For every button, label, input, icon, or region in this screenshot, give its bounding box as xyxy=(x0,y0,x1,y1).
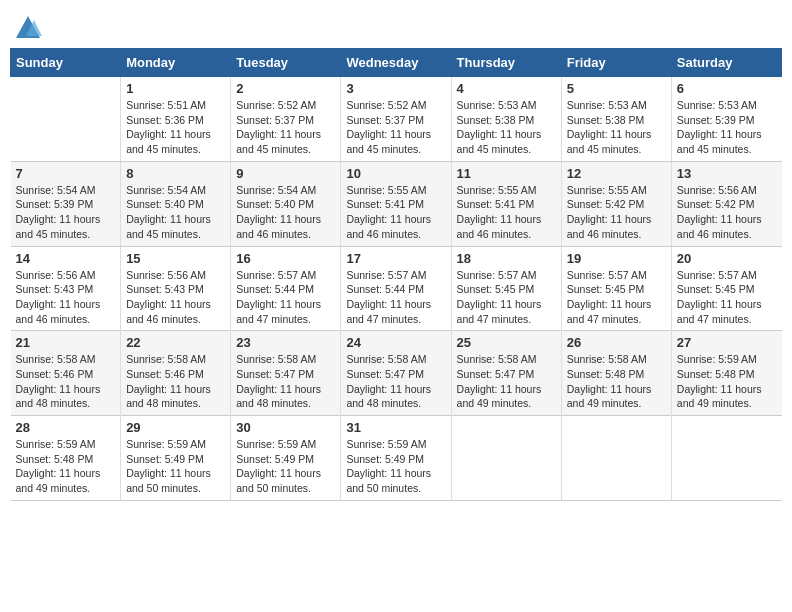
day-info: Sunrise: 5:52 AM Sunset: 5:37 PM Dayligh… xyxy=(346,98,445,157)
day-info: Sunrise: 5:57 AM Sunset: 5:45 PM Dayligh… xyxy=(457,268,556,327)
calendar-cell: 14Sunrise: 5:56 AM Sunset: 5:43 PM Dayli… xyxy=(11,246,121,331)
day-number: 5 xyxy=(567,81,666,96)
day-number: 15 xyxy=(126,251,225,266)
calendar-cell: 23Sunrise: 5:58 AM Sunset: 5:47 PM Dayli… xyxy=(231,331,341,416)
calendar-cell xyxy=(11,77,121,162)
day-number: 21 xyxy=(16,335,116,350)
header-saturday: Saturday xyxy=(671,49,781,77)
header-monday: Monday xyxy=(121,49,231,77)
day-info: Sunrise: 5:53 AM Sunset: 5:38 PM Dayligh… xyxy=(457,98,556,157)
day-number: 6 xyxy=(677,81,777,96)
day-number: 12 xyxy=(567,166,666,181)
week-row-2: 7Sunrise: 5:54 AM Sunset: 5:39 PM Daylig… xyxy=(11,161,782,246)
week-row-4: 21Sunrise: 5:58 AM Sunset: 5:46 PM Dayli… xyxy=(11,331,782,416)
calendar-cell: 16Sunrise: 5:57 AM Sunset: 5:44 PM Dayli… xyxy=(231,246,341,331)
calendar-cell: 26Sunrise: 5:58 AM Sunset: 5:48 PM Dayli… xyxy=(561,331,671,416)
logo-icon xyxy=(14,14,42,42)
day-number: 22 xyxy=(126,335,225,350)
day-number: 8 xyxy=(126,166,225,181)
day-info: Sunrise: 5:55 AM Sunset: 5:41 PM Dayligh… xyxy=(346,183,445,242)
day-number: 11 xyxy=(457,166,556,181)
calendar-cell: 15Sunrise: 5:56 AM Sunset: 5:43 PM Dayli… xyxy=(121,246,231,331)
day-info: Sunrise: 5:54 AM Sunset: 5:40 PM Dayligh… xyxy=(236,183,335,242)
day-number: 23 xyxy=(236,335,335,350)
week-row-5: 28Sunrise: 5:59 AM Sunset: 5:48 PM Dayli… xyxy=(11,416,782,501)
day-number: 31 xyxy=(346,420,445,435)
header-tuesday: Tuesday xyxy=(231,49,341,77)
calendar-cell xyxy=(671,416,781,501)
calendar-table: SundayMondayTuesdayWednesdayThursdayFrid… xyxy=(10,48,782,501)
calendar-cell: 24Sunrise: 5:58 AM Sunset: 5:47 PM Dayli… xyxy=(341,331,451,416)
calendar-cell: 31Sunrise: 5:59 AM Sunset: 5:49 PM Dayli… xyxy=(341,416,451,501)
calendar-cell: 28Sunrise: 5:59 AM Sunset: 5:48 PM Dayli… xyxy=(11,416,121,501)
calendar-cell: 20Sunrise: 5:57 AM Sunset: 5:45 PM Dayli… xyxy=(671,246,781,331)
day-number: 14 xyxy=(16,251,116,266)
day-info: Sunrise: 5:56 AM Sunset: 5:43 PM Dayligh… xyxy=(126,268,225,327)
calendar-cell xyxy=(451,416,561,501)
calendar-cell: 19Sunrise: 5:57 AM Sunset: 5:45 PM Dayli… xyxy=(561,246,671,331)
day-info: Sunrise: 5:59 AM Sunset: 5:49 PM Dayligh… xyxy=(236,437,335,496)
day-info: Sunrise: 5:59 AM Sunset: 5:48 PM Dayligh… xyxy=(677,352,777,411)
day-number: 25 xyxy=(457,335,556,350)
calendar-cell: 3Sunrise: 5:52 AM Sunset: 5:37 PM Daylig… xyxy=(341,77,451,162)
calendar-cell: 8Sunrise: 5:54 AM Sunset: 5:40 PM Daylig… xyxy=(121,161,231,246)
day-number: 4 xyxy=(457,81,556,96)
day-info: Sunrise: 5:53 AM Sunset: 5:38 PM Dayligh… xyxy=(567,98,666,157)
calendar-cell: 6Sunrise: 5:53 AM Sunset: 5:39 PM Daylig… xyxy=(671,77,781,162)
day-number: 28 xyxy=(16,420,116,435)
header-friday: Friday xyxy=(561,49,671,77)
day-number: 2 xyxy=(236,81,335,96)
calendar-cell: 25Sunrise: 5:58 AM Sunset: 5:47 PM Dayli… xyxy=(451,331,561,416)
calendar-cell: 13Sunrise: 5:56 AM Sunset: 5:42 PM Dayli… xyxy=(671,161,781,246)
day-info: Sunrise: 5:58 AM Sunset: 5:47 PM Dayligh… xyxy=(236,352,335,411)
day-info: Sunrise: 5:56 AM Sunset: 5:42 PM Dayligh… xyxy=(677,183,777,242)
calendar-cell: 7Sunrise: 5:54 AM Sunset: 5:39 PM Daylig… xyxy=(11,161,121,246)
calendar-cell: 29Sunrise: 5:59 AM Sunset: 5:49 PM Dayli… xyxy=(121,416,231,501)
calendar-cell: 5Sunrise: 5:53 AM Sunset: 5:38 PM Daylig… xyxy=(561,77,671,162)
day-number: 29 xyxy=(126,420,225,435)
header-sunday: Sunday xyxy=(11,49,121,77)
calendar-cell: 1Sunrise: 5:51 AM Sunset: 5:36 PM Daylig… xyxy=(121,77,231,162)
day-info: Sunrise: 5:58 AM Sunset: 5:47 PM Dayligh… xyxy=(457,352,556,411)
day-number: 1 xyxy=(126,81,225,96)
day-info: Sunrise: 5:54 AM Sunset: 5:40 PM Dayligh… xyxy=(126,183,225,242)
day-info: Sunrise: 5:58 AM Sunset: 5:47 PM Dayligh… xyxy=(346,352,445,411)
calendar-cell: 21Sunrise: 5:58 AM Sunset: 5:46 PM Dayli… xyxy=(11,331,121,416)
header-row: SundayMondayTuesdayWednesdayThursdayFrid… xyxy=(11,49,782,77)
day-number: 16 xyxy=(236,251,335,266)
day-number: 13 xyxy=(677,166,777,181)
day-number: 27 xyxy=(677,335,777,350)
day-info: Sunrise: 5:57 AM Sunset: 5:45 PM Dayligh… xyxy=(567,268,666,327)
header-thursday: Thursday xyxy=(451,49,561,77)
day-number: 3 xyxy=(346,81,445,96)
calendar-cell: 12Sunrise: 5:55 AM Sunset: 5:42 PM Dayli… xyxy=(561,161,671,246)
day-info: Sunrise: 5:59 AM Sunset: 5:49 PM Dayligh… xyxy=(126,437,225,496)
calendar-cell: 2Sunrise: 5:52 AM Sunset: 5:37 PM Daylig… xyxy=(231,77,341,162)
day-number: 9 xyxy=(236,166,335,181)
calendar-cell: 9Sunrise: 5:54 AM Sunset: 5:40 PM Daylig… xyxy=(231,161,341,246)
day-info: Sunrise: 5:55 AM Sunset: 5:42 PM Dayligh… xyxy=(567,183,666,242)
day-number: 17 xyxy=(346,251,445,266)
day-info: Sunrise: 5:57 AM Sunset: 5:44 PM Dayligh… xyxy=(236,268,335,327)
day-info: Sunrise: 5:55 AM Sunset: 5:41 PM Dayligh… xyxy=(457,183,556,242)
day-number: 20 xyxy=(677,251,777,266)
calendar-cell: 11Sunrise: 5:55 AM Sunset: 5:41 PM Dayli… xyxy=(451,161,561,246)
calendar-cell: 18Sunrise: 5:57 AM Sunset: 5:45 PM Dayli… xyxy=(451,246,561,331)
day-info: Sunrise: 5:58 AM Sunset: 5:46 PM Dayligh… xyxy=(16,352,116,411)
calendar-cell xyxy=(561,416,671,501)
day-info: Sunrise: 5:58 AM Sunset: 5:46 PM Dayligh… xyxy=(126,352,225,411)
day-number: 7 xyxy=(16,166,116,181)
day-info: Sunrise: 5:56 AM Sunset: 5:43 PM Dayligh… xyxy=(16,268,116,327)
day-info: Sunrise: 5:57 AM Sunset: 5:45 PM Dayligh… xyxy=(677,268,777,327)
day-number: 10 xyxy=(346,166,445,181)
week-row-1: 1Sunrise: 5:51 AM Sunset: 5:36 PM Daylig… xyxy=(11,77,782,162)
calendar-cell: 10Sunrise: 5:55 AM Sunset: 5:41 PM Dayli… xyxy=(341,161,451,246)
day-info: Sunrise: 5:58 AM Sunset: 5:48 PM Dayligh… xyxy=(567,352,666,411)
calendar-cell: 30Sunrise: 5:59 AM Sunset: 5:49 PM Dayli… xyxy=(231,416,341,501)
calendar-cell: 4Sunrise: 5:53 AM Sunset: 5:38 PM Daylig… xyxy=(451,77,561,162)
calendar-cell: 22Sunrise: 5:58 AM Sunset: 5:46 PM Dayli… xyxy=(121,331,231,416)
calendar-cell: 17Sunrise: 5:57 AM Sunset: 5:44 PM Dayli… xyxy=(341,246,451,331)
week-row-3: 14Sunrise: 5:56 AM Sunset: 5:43 PM Dayli… xyxy=(11,246,782,331)
day-number: 18 xyxy=(457,251,556,266)
header-wednesday: Wednesday xyxy=(341,49,451,77)
